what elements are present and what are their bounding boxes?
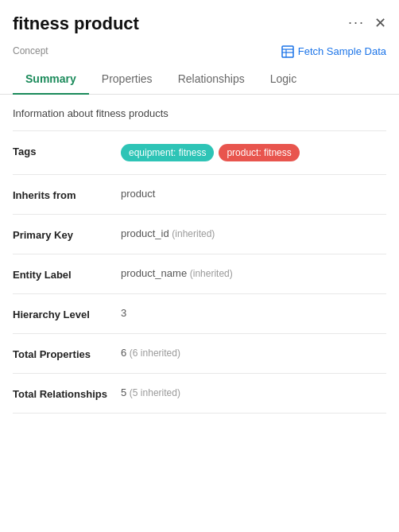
inherits-from-row: Inherits from product bbox=[13, 175, 386, 215]
header-actions: ··· ✕ bbox=[345, 13, 386, 33]
tab-bar: Summary Properties Relationships Logic bbox=[0, 64, 399, 95]
entity-label-label: Entity Label bbox=[13, 267, 108, 281]
total-relationships-row: Total Relationships 5 (5 inherited) bbox=[13, 374, 386, 414]
total-properties-inherited: (6 inherited) bbox=[130, 348, 180, 359]
entity-label-value: product_name (inherited) bbox=[121, 267, 386, 279]
tab-summary[interactable]: Summary bbox=[13, 64, 89, 95]
summary-content: Information about fitness products Tags … bbox=[0, 95, 399, 414]
primary-key-value: product_id (inherited) bbox=[121, 227, 386, 239]
primary-key-inherited: (inherited) bbox=[172, 228, 215, 239]
svg-rect-0 bbox=[282, 46, 293, 57]
total-properties-label: Total Properties bbox=[13, 347, 108, 360]
total-relationships-inherited: (5 inherited) bbox=[130, 387, 180, 398]
tag-product-fitness[interactable]: product: fitness bbox=[219, 144, 299, 161]
total-properties-row: Total Properties 6 (6 inherited) bbox=[13, 334, 386, 374]
tags-container: equipment: fitness product: fitness bbox=[121, 144, 386, 161]
concept-row: Concept Fetch Sample Data bbox=[0, 42, 399, 58]
page-title: fitness product bbox=[13, 13, 139, 36]
tag-equipment-fitness[interactable]: equipment: fitness bbox=[121, 144, 214, 161]
header-left: fitness product bbox=[13, 13, 139, 36]
inherits-from-label: Inherits from bbox=[13, 188, 108, 201]
primary-key-row: Primary Key product_id (inherited) bbox=[13, 215, 386, 254]
description-text: Information about fitness products bbox=[13, 107, 386, 131]
table-icon bbox=[281, 45, 294, 58]
close-icon[interactable]: ✕ bbox=[374, 16, 386, 30]
tags-row: Tags equipment: fitness product: fitness bbox=[13, 131, 386, 175]
entity-label-inherited: (inherited) bbox=[190, 268, 233, 279]
inherits-from-value: product bbox=[121, 188, 386, 200]
tab-relationships[interactable]: Relationships bbox=[165, 64, 258, 95]
hierarchy-level-row: Hierarchy Level 3 bbox=[13, 294, 386, 334]
hierarchy-level-value: 3 bbox=[121, 307, 386, 319]
tab-logic[interactable]: Logic bbox=[258, 64, 309, 95]
total-relationships-value: 5 (5 inherited) bbox=[121, 386, 386, 398]
primary-key-label: Primary Key bbox=[13, 227, 108, 241]
tags-label: Tags bbox=[13, 144, 108, 157]
hierarchy-level-label: Hierarchy Level bbox=[13, 307, 108, 320]
entity-label-row: Entity Label product_name (inherited) bbox=[13, 254, 386, 294]
more-options-icon[interactable]: ··· bbox=[345, 13, 368, 33]
total-relationships-label: Total Relationships bbox=[13, 386, 108, 400]
page-header: fitness product ··· ✕ bbox=[0, 0, 399, 42]
fetch-sample-button[interactable]: Fetch Sample Data bbox=[281, 45, 386, 58]
concept-label: Concept bbox=[13, 45, 48, 56]
total-properties-value: 6 (6 inherited) bbox=[121, 347, 386, 359]
tab-properties[interactable]: Properties bbox=[89, 64, 165, 95]
fetch-sample-label: Fetch Sample Data bbox=[298, 45, 386, 57]
